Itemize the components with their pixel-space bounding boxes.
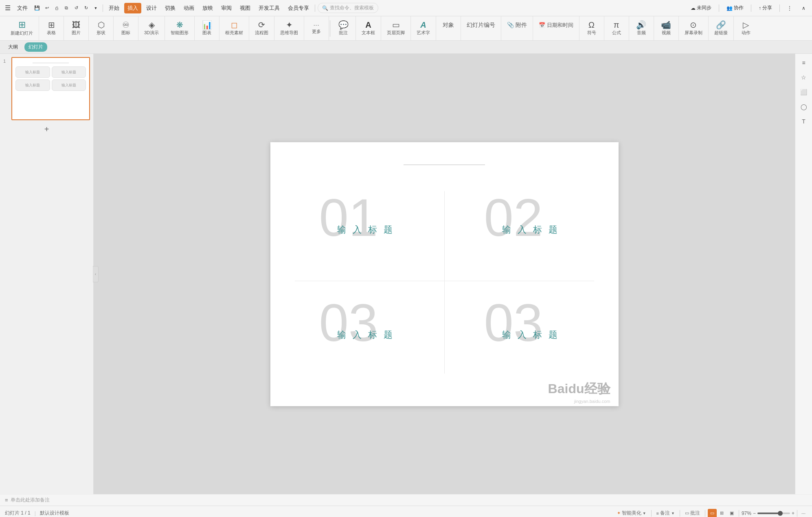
- flow-btn[interactable]: ⟳ 流程图: [252, 18, 271, 39]
- link-btn[interactable]: 🔗 超链接: [712, 18, 730, 39]
- window-control-btn[interactable]: ∧: [799, 4, 809, 12]
- tab-slides[interactable]: 幻灯片: [24, 42, 47, 52]
- 3d-btn[interactable]: ◈ 3D演示: [142, 18, 161, 39]
- menu-vip[interactable]: 会员专享: [285, 3, 312, 13]
- mind-btn[interactable]: ✦ 思维导图: [278, 18, 301, 39]
- right-panel-star-btn[interactable]: ☆: [798, 72, 810, 83]
- new-slide-btn[interactable]: ⊞ 新建幻灯片: [8, 18, 35, 39]
- more-menu-btn[interactable]: ⋮: [784, 4, 795, 12]
- more-status-btn[interactable]: ···: [800, 510, 807, 517]
- shape-icon: ⬡: [98, 21, 105, 29]
- menu-review[interactable]: 审阅: [218, 3, 235, 13]
- hamburger-icon[interactable]: ☰: [3, 2, 12, 13]
- dt-btn[interactable]: 📅 日期和时间: [536, 18, 576, 39]
- slide-canvas[interactable]: 01 输 入 标 题 02 输 入 标 题 03 输 入 标 题 03 输 入 …: [270, 142, 619, 406]
- symbol-btn[interactable]: Ω 符号: [583, 18, 601, 39]
- quadrant-01[interactable]: 01 输 入 标 题: [295, 183, 437, 277]
- view-mode-reader-icon: ▣: [730, 510, 734, 516]
- menu-animate[interactable]: 动画: [180, 3, 198, 13]
- quadrant-02[interactable]: 02 输 入 标 题: [460, 183, 602, 277]
- view-mode-reader[interactable]: ▣: [727, 509, 736, 517]
- mind-label: 思维导图: [280, 30, 298, 36]
- formula-btn[interactable]: π 公式: [608, 18, 625, 39]
- text-01[interactable]: 输 入 标 题: [337, 224, 395, 236]
- view-mode-slide[interactable]: ▭: [708, 509, 717, 517]
- share-btn[interactable]: ↑ 分享: [755, 3, 775, 13]
- quadrant-03-left[interactable]: 03 输 入 标 题: [295, 288, 437, 382]
- action-btn[interactable]: ▷ 动作: [737, 18, 755, 39]
- redo-btn1[interactable]: ↺: [72, 4, 81, 13]
- zoom-minus[interactable]: −: [753, 510, 756, 516]
- attach-btn[interactable]: 📎 附件: [505, 18, 529, 39]
- cloud-sync-btn[interactable]: ☁ 未同步: [687, 3, 715, 13]
- right-panel-copy-btn[interactable]: ⬜: [798, 86, 810, 98]
- arttext-label: 艺术字: [417, 30, 430, 36]
- table-icon: ⊞: [48, 21, 55, 29]
- hf-btn[interactable]: ▭ 页眉页脚: [384, 18, 407, 39]
- menu-view[interactable]: 视图: [237, 3, 254, 13]
- print-btn[interactable]: ⎙: [52, 4, 61, 13]
- textbox-icon: A: [365, 21, 371, 29]
- quadrant-03-right[interactable]: 03 输 入 标 题: [460, 288, 602, 382]
- text-02[interactable]: 输 入 标 题: [502, 224, 560, 236]
- image-btn[interactable]: 🖼 图片: [67, 18, 85, 39]
- arttext-btn[interactable]: A 艺术字: [414, 18, 432, 39]
- view-mode-grid[interactable]: ⊞: [718, 509, 726, 517]
- menu-dev[interactable]: 开发工具: [255, 3, 283, 13]
- zoom-plus[interactable]: +: [792, 510, 794, 516]
- attach-icon: 📎 附件: [507, 22, 527, 28]
- slidenum-btn[interactable]: 幻灯片编号: [464, 18, 498, 39]
- redo-btn2[interactable]: ↻: [81, 4, 90, 13]
- notes-bar: ≡ 单击此处添加备注: [0, 494, 812, 506]
- video-btn[interactable]: 📹 视频: [657, 18, 675, 39]
- text-03-right[interactable]: 输 入 标 题: [502, 329, 560, 341]
- collab-btn[interactable]: 👥 协作: [723, 3, 747, 13]
- menu-design[interactable]: 设计: [143, 3, 160, 13]
- toolbar-group-slidenum: 幻灯片编号: [461, 16, 501, 40]
- status-sep4: [705, 510, 705, 517]
- right-panel-text-btn[interactable]: T: [798, 116, 810, 127]
- action-label: 动作: [742, 30, 751, 36]
- menu-search[interactable]: 🔍查找命令、搜索模板: [318, 3, 378, 13]
- text-03-left[interactable]: 输 入 标 题: [337, 329, 395, 341]
- undo-btn[interactable]: ↩: [42, 4, 51, 13]
- notes-icon2: ≡: [656, 511, 659, 516]
- zoom-slider[interactable]: [757, 513, 790, 514]
- menu-switch[interactable]: 切换: [162, 3, 179, 13]
- frame-btn[interactable]: ◻ 框壳素材: [223, 18, 246, 39]
- obj-btn[interactable]: 对象: [439, 18, 457, 39]
- menu-start[interactable]: 开始: [105, 3, 123, 13]
- chart-btn[interactable]: 📊 图表: [198, 18, 216, 39]
- slide-number: 1: [3, 57, 10, 64]
- menu-present[interactable]: 放映: [199, 3, 216, 13]
- smart-icon: ❋: [176, 21, 183, 29]
- more-icon: ···: [314, 22, 320, 28]
- toolbar-group-video: 📹 视频: [654, 16, 679, 40]
- comment-btn[interactable]: 💬 批注: [334, 18, 352, 39]
- menu-insert[interactable]: 插入: [124, 3, 141, 13]
- add-slide-btn[interactable]: +: [3, 123, 90, 135]
- menu-file[interactable]: 文件: [14, 3, 31, 13]
- save-icon[interactable]: 💾: [33, 4, 42, 13]
- screenrec-btn[interactable]: ⊙ 屏幕录制: [682, 18, 705, 39]
- table-btn[interactable]: ⊞ 表格: [42, 18, 60, 39]
- more-arrows[interactable]: ▼: [91, 4, 100, 13]
- comment-status-btn[interactable]: ▭ 批注: [683, 509, 702, 517]
- right-panel-circle-btn[interactable]: ◯: [798, 101, 810, 112]
- notes-btn[interactable]: ≡ 备注 ▼: [654, 509, 677, 517]
- smart-btn[interactable]: ✦ 智能美化 ▼: [614, 509, 649, 517]
- panel-collapse-handle[interactable]: ‹: [93, 266, 99, 282]
- icon-btn[interactable]: ♾ 图标: [117, 18, 135, 39]
- audio-btn[interactable]: 🔊 音频: [632, 18, 650, 39]
- copy-btn[interactable]: ⧉: [62, 4, 71, 13]
- thumb-cell-3: 输入标题: [15, 79, 50, 91]
- smart-btn[interactable]: ❋ 智能图形: [168, 18, 191, 39]
- right-panel-filter-btn[interactable]: ≡: [798, 57, 810, 68]
- hf-label: 页眉页脚: [387, 30, 405, 36]
- more-btn[interactable]: ··· 更多: [307, 18, 325, 39]
- shape-btn[interactable]: ⬡ 形状: [92, 18, 110, 39]
- slide-thumb[interactable]: 输入标题 输入标题 输入标题 输入标题: [11, 57, 90, 120]
- notes-placeholder[interactable]: 单击此处添加备注: [11, 497, 50, 504]
- textbox-btn[interactable]: A 文本框: [359, 18, 377, 39]
- tab-outline[interactable]: 大纲: [4, 42, 22, 52]
